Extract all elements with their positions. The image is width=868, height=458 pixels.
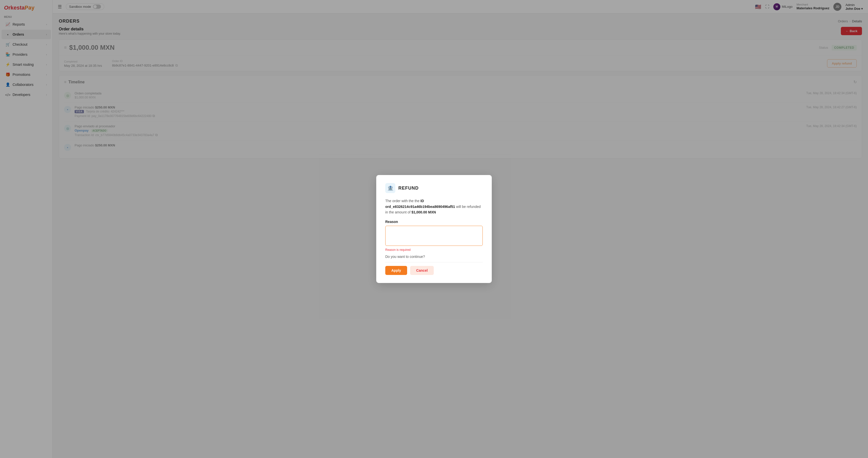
modal-actions: Apply Cancel [385, 266, 483, 275]
reason-textarea[interactable] [385, 226, 483, 246]
modal-icon: 🏦 [385, 183, 395, 193]
refund-modal: 🏦 REFUND The order with the the ID ord_e… [376, 175, 492, 283]
reason-error: Reason is required [385, 248, 483, 252]
confirm-text: Do you want to continue? [385, 255, 483, 259]
reason-label: Reason [385, 220, 483, 224]
cancel-button[interactable]: Cancel [410, 266, 434, 275]
modal-overlay[interactable]: 🏦 REFUND The order with the the ID ord_e… [0, 0, 868, 458]
apply-button[interactable]: Apply [385, 266, 407, 275]
modal-divider [385, 262, 483, 262]
modal-header: 🏦 REFUND [385, 183, 483, 193]
modal-title: REFUND [398, 186, 419, 191]
modal-body: The order with the the ID ord_e8326214c9… [385, 198, 483, 215]
